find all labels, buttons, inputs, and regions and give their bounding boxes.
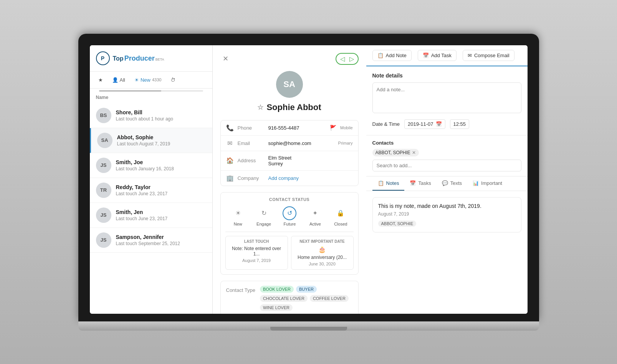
flag-icon: 🚩 (330, 125, 336, 131)
contact-tag-name: ABBOT, SOPHIE (375, 150, 410, 155)
notes-tab-icon: 📋 (378, 180, 384, 186)
note-card: This is my note, made on August 7th, 201… (372, 197, 521, 232)
status-option-engage[interactable]: ↻ Engage (256, 206, 271, 226)
scroll-track (90, 89, 212, 92)
remove-contact-tag-button[interactable]: ✕ (412, 150, 416, 155)
tag-coffee-lover[interactable]: COFFEE LOVER (310, 295, 349, 302)
logo-top: Top (113, 56, 124, 62)
company-icon: 🏢 (226, 175, 234, 182)
sidebar: P Top Producer BETA ★ (90, 45, 213, 314)
notes-panel: 📋 Add Note 📅 Add Task ✉ Compose Email (366, 45, 528, 314)
sidebar-tab-new[interactable]: ☀ New 4330 (131, 75, 165, 85)
avatar: JS (96, 158, 111, 173)
phone-type-badge: Mobile (340, 125, 352, 130)
closed-status-icon: 🔒 (334, 206, 347, 220)
next-date-title: NEXT IMPORTANT DATE (294, 239, 350, 244)
activity-icon: ⏱ (170, 77, 175, 83)
notes-tab-label: Notes (386, 180, 399, 186)
email-label: Email (238, 140, 265, 146)
contact-item-selected[interactable]: SA Abbot, Sophie Last touch August 7, 20… (90, 128, 212, 153)
tab-texts[interactable]: 💬 Texts (437, 176, 467, 191)
sidebar-tab-activity[interactable]: ⏱ (167, 75, 179, 85)
contact-info: Abbot, Sophie Last touch August 7, 2019 (117, 134, 206, 147)
contact-touch: Last touch about 1 hour ago (116, 116, 206, 122)
avatar: TR (96, 183, 111, 198)
last-touch-value: Note: Note entered over 1... (229, 246, 285, 257)
add-task-icon: 📅 (423, 53, 429, 58)
date-input[interactable]: 2019-11-07 📅 (404, 119, 445, 129)
logo-icon: P (96, 51, 110, 65)
contact-item[interactable]: BS Shore, Bill Last touch about 1 hour a… (90, 103, 212, 128)
app-screen: P Top Producer BETA ★ (90, 45, 528, 314)
contact-name: Shore, Bill (116, 109, 206, 115)
add-note-icon: 📋 (377, 53, 384, 58)
contact-tag: ABBOT, SOPHIE ✕ (372, 149, 419, 156)
email-field-row: ✉ Email sophie@home.com Primary (221, 136, 358, 151)
prev-arrow-button[interactable]: ◁ (339, 55, 346, 63)
next-arrow-button[interactable]: ▷ (349, 55, 355, 63)
contacts-list: BS Shore, Bill Last touch about 1 hour a… (90, 103, 212, 314)
contact-touch: Last touch June 23, 2017 (116, 216, 206, 221)
compose-email-icon: ✉ (468, 53, 472, 58)
compose-email-button[interactable]: ✉ Compose Email (463, 50, 514, 61)
compose-email-label: Compose Email (474, 53, 509, 58)
add-task-button[interactable]: 📅 Add Task (418, 50, 457, 61)
logo-brand: Producer (124, 55, 155, 62)
avatar: SA (97, 133, 112, 148)
screen-bezel: P Top Producer BETA ★ (78, 34, 539, 321)
new-count: 4330 (152, 77, 161, 82)
nav-arrows: ◁ ▷ (336, 53, 359, 65)
tag-chocolate-lover[interactable]: CHOCOLATE LOVER (260, 295, 308, 302)
last-touch-title: LAST TOUCH (229, 239, 285, 244)
sidebar-tab-all[interactable]: 👤 All (108, 75, 129, 85)
calendar-icon: 📅 (436, 121, 442, 127)
contact-type-tags: BOOK LOVER BUYER CHOCOLATE LOVER COFFEE … (260, 286, 353, 311)
contact-name: Smith, Jen (116, 209, 206, 215)
sidebar-header: P Top Producer BETA (90, 45, 212, 72)
new-status-icon: ☀ (231, 206, 245, 220)
tab-tasks[interactable]: 📅 Tasks (404, 176, 436, 191)
contact-name: Abbot, Sophie (117, 134, 206, 140)
contact-item[interactable]: JS Smith, Jen Last touch June 23, 2017 (90, 203, 212, 228)
future-status-label: Future (284, 222, 296, 226)
contact-item[interactable]: JS Sampson, Jennifer Last touch Septembe… (90, 228, 212, 253)
status-option-closed[interactable]: 🔒 Closed (334, 206, 347, 226)
contact-info: Smith, Joe Last touch January 16, 2018 (116, 159, 206, 171)
email-type-badge: Primary (338, 141, 353, 145)
contact-item[interactable]: JS Smith, Joe Last touch January 16, 201… (90, 153, 212, 178)
phone-value: 916-555-4487 (268, 125, 326, 131)
note-card-text: This is my note, made on August 7th, 201… (378, 203, 516, 209)
close-button[interactable]: ✕ (220, 53, 231, 64)
next-date-value: Home anniversary (20... (294, 255, 350, 260)
status-option-future[interactable]: ↺ Future (283, 206, 296, 226)
future-status-icon: ↺ (283, 206, 296, 220)
contact-item[interactable]: TR Reddy, Taylor Last touch June 23, 201… (90, 178, 212, 203)
important-tab-icon: 📊 (473, 180, 479, 186)
add-note-button[interactable]: 📋 Add Note (372, 50, 412, 61)
note-textarea[interactable] (372, 82, 521, 113)
avatar: JS (96, 208, 111, 223)
laptop-base (78, 321, 539, 331)
company-value[interactable]: Add company (268, 175, 353, 181)
contacts-label: Contacts (372, 140, 521, 146)
logo-text-group: Top Producer BETA (113, 55, 164, 62)
time-input[interactable]: 12:55 (450, 119, 470, 129)
touch-row: LAST TOUCH Note: Note entered over 1... … (225, 236, 354, 270)
contact-name: Smith, Joe (116, 159, 206, 165)
sidebar-tab-star[interactable]: ★ (94, 75, 107, 85)
tab-notes[interactable]: 📋 Notes (372, 176, 405, 191)
avatar: BS (96, 108, 111, 123)
search-contacts-input[interactable] (372, 160, 521, 171)
contact-touch: Last touch September 25, 2012 (116, 241, 206, 246)
laptop-container: P Top Producer BETA ★ (78, 34, 539, 331)
status-option-new[interactable]: ☀ New (231, 206, 245, 226)
tag-book-lover[interactable]: BOOK LOVER (260, 286, 294, 293)
favorite-star-icon[interactable]: ☆ (257, 103, 263, 112)
time-value: 12:55 (453, 121, 466, 127)
address-line1: Elm Street (268, 155, 353, 161)
tab-important[interactable]: 📊 Important (467, 176, 508, 191)
status-option-active[interactable]: ✦ Active (308, 206, 322, 226)
tag-buyer[interactable]: BUYER (296, 286, 317, 293)
tag-wine-lover[interactable]: WINE LOVER (260, 304, 293, 311)
email-icon: ✉ (226, 140, 234, 147)
